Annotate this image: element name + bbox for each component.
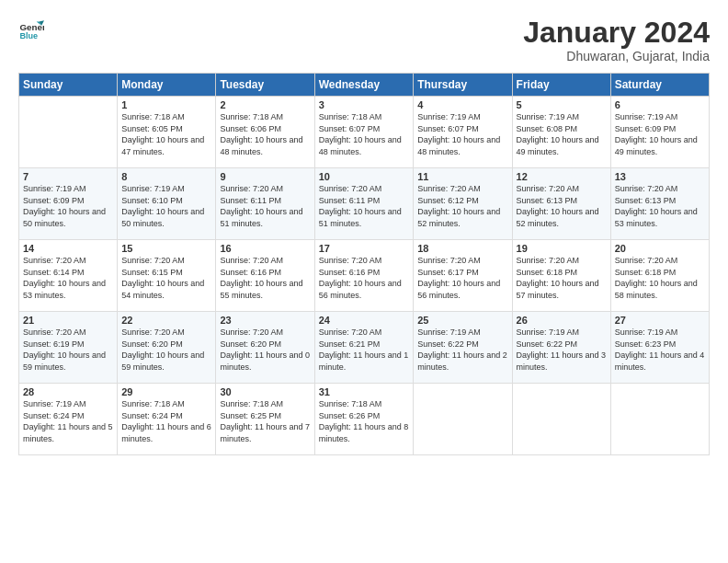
calendar-header-row: Sunday Monday Tuesday Wednesday Thursday… bbox=[19, 74, 710, 97]
day-number: 24 bbox=[319, 315, 410, 326]
day-info: Sunrise: 7:19 AMSunset: 6:08 PMDaylight:… bbox=[517, 111, 607, 157]
day-info: Sunrise: 7:18 AMSunset: 6:06 PMDaylight:… bbox=[220, 111, 310, 157]
day-info: Sunrise: 7:19 AMSunset: 6:22 PMDaylight:… bbox=[517, 327, 607, 373]
table-row: 21Sunrise: 7:20 AMSunset: 6:19 PMDayligh… bbox=[19, 312, 118, 384]
day-number: 29 bbox=[121, 386, 211, 397]
day-info: Sunrise: 7:20 AMSunset: 6:19 PMDaylight:… bbox=[23, 327, 113, 373]
table-row bbox=[414, 384, 512, 455]
day-number: 1 bbox=[121, 99, 211, 110]
table-row: 13Sunrise: 7:20 AMSunset: 6:13 PMDayligh… bbox=[610, 168, 709, 240]
calendar-week-row: 28Sunrise: 7:19 AMSunset: 6:24 PMDayligh… bbox=[19, 384, 710, 455]
col-sunday: Sunday bbox=[19, 74, 118, 97]
day-info: Sunrise: 7:20 AMSunset: 6:17 PMDaylight:… bbox=[417, 255, 507, 301]
day-number: 2 bbox=[220, 99, 310, 110]
table-row: 31Sunrise: 7:18 AMSunset: 6:26 PMDayligh… bbox=[314, 384, 414, 455]
day-info: Sunrise: 7:20 AMSunset: 6:16 PMDaylight:… bbox=[220, 255, 310, 301]
day-info: Sunrise: 7:20 AMSunset: 6:20 PMDaylight:… bbox=[220, 327, 310, 373]
day-number: 10 bbox=[319, 171, 410, 182]
table-row: 2Sunrise: 7:18 AMSunset: 6:06 PMDaylight… bbox=[216, 97, 314, 168]
day-number: 6 bbox=[615, 99, 705, 110]
day-number: 8 bbox=[121, 171, 211, 182]
table-row: 4Sunrise: 7:19 AMSunset: 6:07 PMDaylight… bbox=[414, 97, 512, 168]
day-info: Sunrise: 7:20 AMSunset: 6:18 PMDaylight:… bbox=[517, 255, 607, 301]
day-number: 4 bbox=[417, 99, 507, 110]
day-info: Sunrise: 7:18 AMSunset: 6:25 PMDaylight:… bbox=[220, 398, 310, 444]
day-number: 12 bbox=[517, 171, 607, 182]
day-info: Sunrise: 7:19 AMSunset: 6:22 PMDaylight:… bbox=[417, 327, 507, 373]
day-number: 11 bbox=[417, 171, 507, 182]
day-info: Sunrise: 7:18 AMSunset: 6:26 PMDaylight:… bbox=[319, 398, 410, 444]
day-info: Sunrise: 7:19 AMSunset: 6:09 PMDaylight:… bbox=[23, 183, 113, 229]
day-info: Sunrise: 7:20 AMSunset: 6:21 PMDaylight:… bbox=[319, 327, 410, 373]
day-info: Sunrise: 7:19 AMSunset: 6:24 PMDaylight:… bbox=[23, 398, 113, 444]
title-block: January 2024 Dhuwaran, Gujarat, India bbox=[523, 17, 710, 63]
day-info: Sunrise: 7:20 AMSunset: 6:11 PMDaylight:… bbox=[319, 183, 410, 229]
table-row: 8Sunrise: 7:19 AMSunset: 6:10 PMDaylight… bbox=[118, 168, 216, 240]
day-info: Sunrise: 7:19 AMSunset: 6:10 PMDaylight:… bbox=[121, 183, 211, 229]
day-number: 16 bbox=[220, 243, 310, 254]
day-info: Sunrise: 7:20 AMSunset: 6:13 PMDaylight:… bbox=[517, 183, 607, 229]
table-row: 1Sunrise: 7:18 AMSunset: 6:05 PMDaylight… bbox=[118, 97, 216, 168]
day-number: 19 bbox=[517, 243, 607, 254]
day-number: 9 bbox=[220, 171, 310, 182]
day-info: Sunrise: 7:20 AMSunset: 6:12 PMDaylight:… bbox=[417, 183, 507, 229]
day-number: 5 bbox=[517, 99, 607, 110]
table-row: 15Sunrise: 7:20 AMSunset: 6:15 PMDayligh… bbox=[118, 240, 216, 312]
day-info: Sunrise: 7:18 AMSunset: 6:24 PMDaylight:… bbox=[121, 398, 211, 444]
col-thursday: Thursday bbox=[414, 74, 512, 97]
calendar-week-row: 1Sunrise: 7:18 AMSunset: 6:05 PMDaylight… bbox=[19, 97, 710, 168]
table-row: 24Sunrise: 7:20 AMSunset: 6:21 PMDayligh… bbox=[314, 312, 414, 384]
table-row: 10Sunrise: 7:20 AMSunset: 6:11 PMDayligh… bbox=[314, 168, 414, 240]
table-row: 28Sunrise: 7:19 AMSunset: 6:24 PMDayligh… bbox=[19, 384, 118, 455]
table-row: 27Sunrise: 7:19 AMSunset: 6:23 PMDayligh… bbox=[610, 312, 709, 384]
col-saturday: Saturday bbox=[610, 74, 709, 97]
day-info: Sunrise: 7:19 AMSunset: 6:09 PMDaylight:… bbox=[615, 111, 705, 157]
month-title: January 2024 bbox=[523, 17, 710, 49]
day-info: Sunrise: 7:19 AMSunset: 6:07 PMDaylight:… bbox=[417, 111, 507, 157]
table-row: 26Sunrise: 7:19 AMSunset: 6:22 PMDayligh… bbox=[512, 312, 610, 384]
day-number: 14 bbox=[23, 243, 113, 254]
day-number: 23 bbox=[220, 315, 310, 326]
col-monday: Monday bbox=[118, 74, 216, 97]
logo-icon: General Blue bbox=[18, 17, 44, 42]
table-row: 12Sunrise: 7:20 AMSunset: 6:13 PMDayligh… bbox=[512, 168, 610, 240]
day-number: 22 bbox=[121, 315, 211, 326]
table-row: 25Sunrise: 7:19 AMSunset: 6:22 PMDayligh… bbox=[414, 312, 512, 384]
table-row: 17Sunrise: 7:20 AMSunset: 6:16 PMDayligh… bbox=[314, 240, 414, 312]
day-info: Sunrise: 7:20 AMSunset: 6:14 PMDaylight:… bbox=[23, 255, 113, 301]
table-row: 3Sunrise: 7:18 AMSunset: 6:07 PMDaylight… bbox=[314, 97, 414, 168]
table-row: 20Sunrise: 7:20 AMSunset: 6:18 PMDayligh… bbox=[610, 240, 709, 312]
day-number: 28 bbox=[23, 386, 113, 397]
calendar-week-row: 7Sunrise: 7:19 AMSunset: 6:09 PMDaylight… bbox=[19, 168, 710, 240]
table-row: 16Sunrise: 7:20 AMSunset: 6:16 PMDayligh… bbox=[216, 240, 314, 312]
table-row: 22Sunrise: 7:20 AMSunset: 6:20 PMDayligh… bbox=[118, 312, 216, 384]
day-number: 17 bbox=[319, 243, 410, 254]
day-info: Sunrise: 7:20 AMSunset: 6:18 PMDaylight:… bbox=[615, 255, 705, 301]
table-row: 11Sunrise: 7:20 AMSunset: 6:12 PMDayligh… bbox=[414, 168, 512, 240]
day-number: 21 bbox=[23, 315, 113, 326]
table-row: 6Sunrise: 7:19 AMSunset: 6:09 PMDaylight… bbox=[610, 97, 709, 168]
table-row: 7Sunrise: 7:19 AMSunset: 6:09 PMDaylight… bbox=[19, 168, 118, 240]
day-number: 18 bbox=[417, 243, 507, 254]
svg-text:Blue: Blue bbox=[19, 31, 38, 40]
day-number: 26 bbox=[517, 315, 607, 326]
table-row: 14Sunrise: 7:20 AMSunset: 6:14 PMDayligh… bbox=[19, 240, 118, 312]
day-number: 15 bbox=[121, 243, 211, 254]
calendar-week-row: 14Sunrise: 7:20 AMSunset: 6:14 PMDayligh… bbox=[19, 240, 710, 312]
table-row bbox=[610, 384, 709, 455]
day-number: 20 bbox=[615, 243, 705, 254]
day-info: Sunrise: 7:18 AMSunset: 6:05 PMDaylight:… bbox=[121, 111, 211, 157]
day-number: 7 bbox=[23, 171, 113, 182]
table-row: 5Sunrise: 7:19 AMSunset: 6:08 PMDaylight… bbox=[512, 97, 610, 168]
table-row: 29Sunrise: 7:18 AMSunset: 6:24 PMDayligh… bbox=[118, 384, 216, 455]
table-row: 18Sunrise: 7:20 AMSunset: 6:17 PMDayligh… bbox=[414, 240, 512, 312]
day-info: Sunrise: 7:19 AMSunset: 6:23 PMDaylight:… bbox=[615, 327, 705, 373]
day-number: 31 bbox=[319, 386, 410, 397]
day-number: 3 bbox=[319, 99, 410, 110]
page-header: General Blue January 2024 Dhuwaran, Guja… bbox=[18, 17, 710, 63]
day-info: Sunrise: 7:20 AMSunset: 6:15 PMDaylight:… bbox=[121, 255, 211, 301]
location-subtitle: Dhuwaran, Gujarat, India bbox=[523, 49, 710, 63]
day-info: Sunrise: 7:20 AMSunset: 6:20 PMDaylight:… bbox=[121, 327, 211, 373]
day-number: 13 bbox=[615, 171, 705, 182]
col-wednesday: Wednesday bbox=[314, 74, 414, 97]
